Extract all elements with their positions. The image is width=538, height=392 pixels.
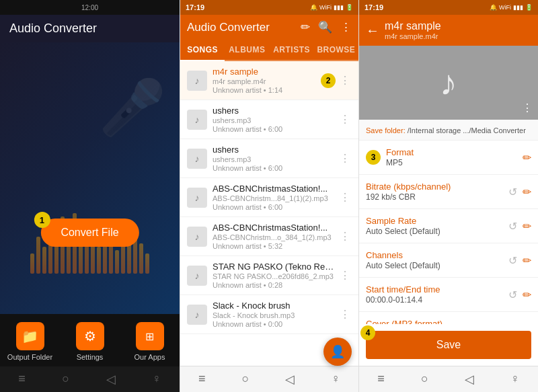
fab-button[interactable]: 👤 <box>323 338 352 366</box>
song-note-icon: ♪ <box>187 266 207 286</box>
nav-menu-icon[interactable]: ≡ <box>377 372 385 387</box>
nav-person-icon[interactable]: ♀ <box>331 372 340 387</box>
output-folder-icon: 📁 <box>16 322 44 350</box>
song-sub: Unknown artist • 6:00 <box>213 203 338 211</box>
song-name: ABS-CBNChristmasStation!... <box>213 184 338 194</box>
setting-item-bitrate: Bitrate (kbps/channel) 192 kb/s CBR ↺ ✏ <box>359 175 538 209</box>
reset-channels-icon[interactable]: ↺ <box>508 254 517 267</box>
wifi-icon: WiFi <box>319 4 332 11</box>
p3-subtitle: m4r sample.m4r <box>385 32 441 40</box>
p2-status-bar: 17:19 🔔 WiFi ▮▮▮ 🔋 <box>180 0 358 15</box>
song-note-icon: ♪ <box>187 188 207 208</box>
song-name: ABS-CBNChristmasStation!... <box>213 223 338 233</box>
song-more-icon[interactable]: ⋮ <box>338 269 352 282</box>
song-more-icon[interactable]: ⋮ <box>338 152 352 165</box>
p3-title: m4r sample <box>385 20 441 32</box>
song-more-icon[interactable]: ⋮ <box>338 113 352 126</box>
song-more-icon[interactable]: ⋮ <box>338 230 352 243</box>
nav-home-icon[interactable]: ○ <box>421 372 428 387</box>
nav-home-icon[interactable]: ○ <box>242 372 249 387</box>
badge-1: 1 <box>34 212 50 228</box>
song-info: ushers ushers.mp3 Unknown artist • 6:00 <box>213 106 338 133</box>
song-more-icon[interactable]: ⋮ <box>338 308 352 321</box>
list-item[interactable]: ♪ ABS-CBNChristmasStation!... ABS-CBNChr… <box>180 217 358 256</box>
nav-home-icon[interactable]: ○ <box>62 372 69 387</box>
badge-4: 4 <box>360 325 375 340</box>
song-info: m4r sample m4r sample.m4r Unknown artist… <box>213 67 321 94</box>
song-name: m4r sample <box>213 67 321 77</box>
tab-songs[interactable]: SONGS <box>180 40 225 60</box>
samplerate-label: Sample Rate <box>366 216 508 226</box>
list-item[interactable]: ♪ STAR NG PASKO (Tekno Rem... STAR NG PA… <box>180 256 358 295</box>
save-button[interactable]: 4 Save <box>366 331 531 359</box>
search-icon[interactable]: 🔍 <box>318 20 332 34</box>
panel1-title: Audio Converter <box>9 22 97 35</box>
setting-info: Channels Auto Select (Default) <box>366 250 508 270</box>
song-name: Slack - Knock brush <box>213 301 338 311</box>
battery-icon: 🔋 <box>525 4 533 11</box>
more-icon[interactable]: ⋮ <box>340 20 352 34</box>
song-sub: Unknown artist • 5:32 <box>213 242 338 250</box>
song-more-icon[interactable]: ⋮ <box>338 74 352 87</box>
edit-icon[interactable]: ✏ <box>301 20 310 34</box>
save-folder-text: Save folder: /Internal storage .../Media… <box>366 126 526 134</box>
output-folder-button[interactable]: 📁 Output Folder <box>0 319 60 364</box>
nav-person-icon[interactable]: ♀ <box>510 372 520 387</box>
song-sub: Unknown artist • 1:14 <box>213 86 321 94</box>
p3-header: ← m4r sample m4r sample.m4r <box>359 15 538 46</box>
settings-button[interactable]: ⚙ Settings <box>60 319 120 364</box>
panel-home: 12:00 Audio Converter 🎤 <box>0 0 180 392</box>
convert-file-button[interactable]: Convert File <box>40 219 139 247</box>
setting-actions: ↺ ✏ <box>508 220 531 233</box>
song-list: ♪ m4r sample m4r sample.m4r Unknown arti… <box>180 61 358 338</box>
nav-back-icon[interactable]: ◁ <box>106 372 116 387</box>
nav-person-icon[interactable]: ♀ <box>152 372 161 387</box>
setting-item-time: Start time/End time 00:00.0-01:14.4 ↺ ✏ <box>359 278 538 312</box>
time-value: 00:00.0-01:14.4 <box>366 295 508 305</box>
save-btn-label: Save <box>436 339 461 350</box>
p2-header: Audio Converter ✏ 🔍 ⋮ <box>180 15 358 40</box>
tab-albums[interactable]: ALBUMS <box>225 40 269 60</box>
mic-icon: 🎤 <box>99 76 166 139</box>
list-item[interactable]: ♪ Slack - Knock brush Slack - Knock brus… <box>180 295 358 334</box>
edit-channels-icon[interactable]: ✏ <box>523 254 531 267</box>
artwork-more-icon[interactable]: ⋮ <box>522 102 533 114</box>
song-info: ABS-CBNChristmasStation!... ABS-CBNChris… <box>213 223 338 250</box>
nav-back-icon[interactable]: ◁ <box>465 372 474 387</box>
tab-browse[interactable]: BROWSE <box>314 40 358 60</box>
our-apps-icon: ⊞ <box>136 322 164 350</box>
list-item[interactable]: ♪ ushers ushers.mp3 Unknown artist • 6:0… <box>180 100 358 139</box>
list-item[interactable]: ♪ ushers ushers.mp3 Unknown artist • 6:0… <box>180 139 358 178</box>
back-button[interactable]: ← <box>366 23 379 38</box>
channels-label: Channels <box>366 250 508 260</box>
list-item[interactable]: ♪ m4r sample m4r sample.m4r Unknown arti… <box>180 61 358 100</box>
setting-actions: ↺ ✏ <box>508 254 531 267</box>
edit-format-icon[interactable]: ✏ <box>523 151 531 164</box>
reset-samplerate-icon[interactable]: ↺ <box>508 220 517 233</box>
song-note-icon: ♪ <box>187 305 207 325</box>
song-meta: ABS-CBNChristm...o_384_1(2).mp3 <box>213 233 338 241</box>
panel-file-settings: 17:19 🔔 WiFi ▮▮▮ 🔋 ← m4r sample m4r samp… <box>359 0 538 392</box>
our-apps-label: Our Apps <box>134 353 165 361</box>
nav-back-icon[interactable]: ◁ <box>285 372 295 387</box>
samplerate-value: Auto Select (Default) <box>366 227 508 236</box>
output-folder-label: Output Folder <box>7 353 52 361</box>
song-more-icon[interactable]: ⋮ <box>338 191 352 204</box>
settings-icon: ⚙ <box>76 322 104 350</box>
reset-bitrate-icon[interactable]: ↺ <box>508 186 517 198</box>
p2-tabs: SONGS ALBUMS ARTISTS BROWSE <box>180 40 358 61</box>
edit-samplerate-icon[interactable]: ✏ <box>523 220 531 233</box>
nav-menu-icon[interactable]: ≡ <box>198 372 206 387</box>
edit-time-icon[interactable]: ✏ <box>523 288 531 301</box>
cover-label: Cover (MP3 format) <box>366 319 531 324</box>
our-apps-button[interactable]: ⊞ Our Apps <box>120 319 180 364</box>
song-note-icon: ♪ <box>187 71 207 91</box>
tab-artists[interactable]: ARTISTS <box>270 40 314 60</box>
reset-time-icon[interactable]: ↺ <box>508 288 517 301</box>
list-item[interactable]: ♪ ABS-CBNChristmasStation!... ABS-CBNChr… <box>180 178 358 217</box>
p2-header-icons: ✏ 🔍 ⋮ <box>301 20 352 34</box>
edit-bitrate-icon[interactable]: ✏ <box>523 186 531 198</box>
nav-menu-icon[interactable]: ≡ <box>18 372 26 387</box>
music-note-icon: ♪ <box>440 63 457 103</box>
song-note-icon: ♪ <box>187 110 207 130</box>
